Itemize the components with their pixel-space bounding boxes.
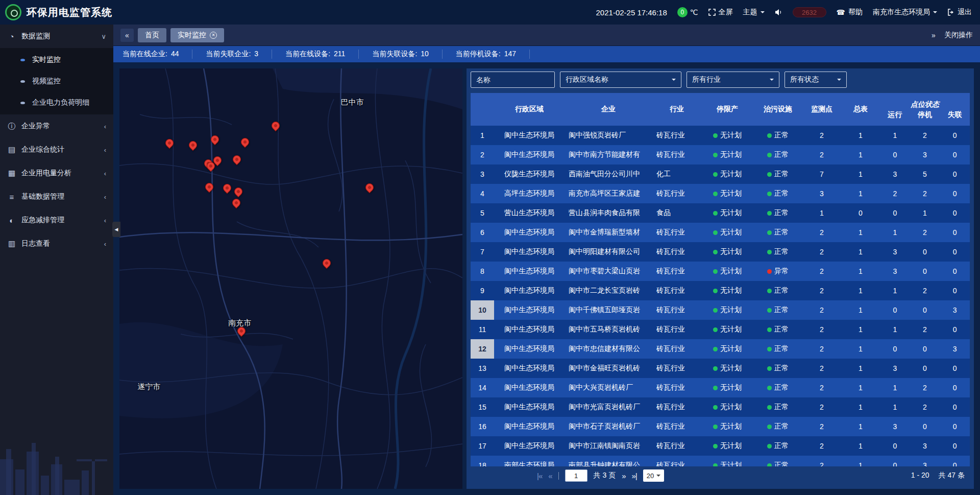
cell-stopped: 1 [910, 203, 940, 223]
sidebar-item-data-monitoring[interactable]: ◔ 数据监测 ∨ [0, 25, 113, 48]
cell-running: 0 [880, 436, 910, 456]
table-row[interactable]: 6 阆中生态环境局 阆中市金博瑞新型墙材 砖瓦行业 无计划 正常 2 1 1 [471, 223, 970, 242]
tabs-scroll-left-button[interactable]: « [120, 29, 134, 42]
table-row[interactable]: 12 阆中生态环境局 阆中市忠信建材有限公 砖瓦行业 无计划 正常 2 1 0 [471, 339, 970, 359]
first-page-button[interactable]: |« [537, 472, 542, 480]
speaker-button[interactable] [775, 9, 782, 16]
cell-industry: 砖瓦行业 [652, 320, 701, 339]
table-row[interactable]: 14 阆中生态环境局 阆中大兴页岩机砖厂 砖瓦行业 无计划 正常 2 1 1 [471, 378, 970, 397]
tab-home[interactable]: 首页 [138, 28, 166, 42]
cell-index: 11 [471, 320, 494, 339]
region-filter-select[interactable]: 行政区域名称 [560, 72, 681, 88]
cell-company: 阆中市南方节能建材有 [565, 145, 652, 164]
chevron-down-icon [770, 79, 774, 83]
sidebar-subitem[interactable]: 实时监控 [0, 49, 113, 70]
status-filter-value: 所有状态 [790, 75, 819, 84]
table-row[interactable]: 17 阆中生态环境局 阆中市江南镇阆南页岩 砖瓦行业 无计划 正常 2 1 0 [471, 436, 970, 456]
sidebar-subitem-label: 实时监控 [32, 55, 61, 64]
map-collapse-button[interactable]: ◀ [112, 222, 120, 237]
cell-monitor-points: 2 [802, 359, 841, 378]
status-dot-icon [767, 308, 772, 313]
logout-button[interactable]: 退出 [947, 8, 972, 17]
stat-label: 当前在线设备: [285, 50, 330, 59]
table-row[interactable]: 10 阆中生态环境局 阆中千佛镇五郎垭页岩 砖瓦行业 无计划 正常 2 1 0 [471, 300, 970, 320]
theme-label: 主题 [743, 8, 757, 17]
stat-label: 当前停机设备: [456, 50, 501, 59]
table-row[interactable]: 3 仪陇生态环境局 西南油气田分公司川中 化工 无计划 正常 7 1 3 5 [471, 164, 970, 184]
cell-limit-status: 无计划 [701, 126, 753, 145]
alert-count-badge[interactable]: 2632 [793, 7, 826, 17]
industry-filter-select[interactable]: 所有行业 [687, 72, 779, 88]
close-icon[interactable]: ✕ [210, 32, 217, 39]
help-button[interactable]: ☎ 帮助 [837, 8, 863, 17]
cell-monitor-points: 2 [802, 262, 841, 281]
cell-industry: 砖瓦行业 [652, 359, 701, 378]
status-dot-icon [713, 250, 718, 254]
last-page-button[interactable]: »| [632, 472, 637, 480]
table-row[interactable]: 4 高坪生态环境局 南充市高坪区王家店建 砖瓦行业 无计划 正常 3 1 2 [471, 184, 970, 203]
pager-divider [558, 472, 559, 480]
table-row[interactable]: 16 阆中生态环境局 阆中市石子页岩机砖厂 砖瓦行业 无计划 正常 2 1 3 [471, 417, 970, 436]
fullscreen-button[interactable]: 全屏 [708, 8, 733, 17]
name-filter-input[interactable] [471, 72, 555, 88]
map[interactable]: 巴中市 南充市 遂宁市 [119, 68, 462, 489]
region-filter-value: 行政区域名称 [566, 75, 608, 84]
cell-monitor-points: 2 [802, 223, 841, 242]
cell-facility-status: 正常 [753, 359, 802, 378]
cell-stopped: 5 [910, 164, 940, 184]
cell-industry: 砖瓦行业 [652, 223, 701, 242]
stat-item: 当前停机设备: 147 [456, 50, 530, 59]
stats-bar: 当前在线企业: 44 当前失联企业: 3 当前在线设备: 211 当前 [113, 46, 980, 62]
cell-total-meter: 1 [841, 126, 880, 145]
sidebar-item[interactable]: ≡ 基础数据管理 ‹ [0, 185, 113, 208]
status-dot-icon [767, 289, 772, 293]
page-number-input[interactable] [565, 469, 587, 482]
sidebar-item[interactable]: ▦ 企业用电量分析 ‹ [0, 161, 113, 185]
close-operations-button[interactable]: 关闭操作 [944, 31, 973, 40]
table-row[interactable]: 13 阆中生态环境局 阆中市金福旺页岩机砖 砖瓦行业 无计划 正常 2 1 3 [471, 359, 970, 378]
table-row[interactable]: 15 阆中生态环境局 阆中市光富页岩机砖厂 砖瓦行业 无计划 正常 2 1 1 [471, 397, 970, 417]
sidebar-item[interactable]: ▤ 企业综合统计 ‹ [0, 138, 113, 161]
theme-dropdown[interactable]: 主题 [743, 8, 765, 17]
tab-realtime-monitoring[interactable]: 实时监控 ✕ [170, 28, 224, 42]
table-row[interactable]: 9 阆中生态环境局 阆中市二龙长宝页岩砖 砖瓦行业 无计划 正常 2 1 1 [471, 281, 970, 300]
app-logo [5, 4, 21, 20]
status-dot-icon [767, 444, 772, 449]
cell-stopped: 0 [910, 242, 940, 262]
sidebar-item[interactable]: ▥ 日志查看 ‹ [0, 232, 113, 255]
cell-region: 阆中生态环境局 [494, 339, 565, 359]
cell-running: 3 [880, 164, 910, 184]
next-page-button[interactable]: » [622, 472, 625, 480]
cell-limit-status: 无计划 [701, 397, 753, 417]
cell-limit-status: 无计划 [701, 184, 753, 203]
page-size-select[interactable]: 20 [643, 469, 664, 482]
cell-industry: 砖瓦行业 [652, 126, 701, 145]
org-dropdown[interactable]: 南充市生态环境局 [873, 8, 937, 17]
status-filter-select[interactable]: 所有状态 [785, 72, 847, 88]
table-row[interactable]: 7 阆中生态环境局 阆中明阳建材有限公司 砖瓦行业 无计划 正常 2 1 3 [471, 242, 970, 262]
cell-industry: 砖瓦行业 [652, 339, 701, 359]
cell-stopped: 3 [910, 456, 940, 466]
table-row[interactable]: 18 南部生态环境局 南部县升钟建材有限公 砖瓦行业 无计划 正常 2 1 0 [471, 456, 970, 466]
sidebar-subitem[interactable]: 企业电力负荷明细 [0, 92, 113, 113]
table-header: 行政区域 企业 行业 停限产 治污设施 监测点 总表 点位状态 运行 停机 失联 [471, 93, 970, 126]
sidebar-item-icon: ⓘ [7, 122, 16, 131]
table-row[interactable]: 5 营山生态环境局 营山县润丰肉食品有限 食品 无计划 正常 1 0 0 1 [471, 203, 970, 223]
cell-total-meter: 1 [841, 436, 880, 456]
cell-index: 10 [471, 300, 494, 320]
table-row[interactable]: 2 阆中生态环境局 阆中市南方节能建材有 砖瓦行业 无计划 正常 2 1 0 [471, 145, 970, 164]
table-row[interactable]: 8 阆中生态环境局 阆中市枣碧大梁山页岩 砖瓦行业 无计划 异常 2 1 3 [471, 262, 970, 281]
sidebar-item[interactable]: ◐ 应急减排管理 ‹ [0, 208, 113, 232]
table-row[interactable]: 11 阆中生态环境局 阆中市五马桥页岩机砖 砖瓦行业 无计划 正常 2 1 1 [471, 320, 970, 339]
cell-company: 阆中市石子页岩机砖厂 [565, 417, 652, 436]
prev-page-button[interactable]: « [548, 472, 552, 480]
table-row[interactable]: 1 阆中生态环境局 阆中强锐页岩砖厂 砖瓦行业 无计划 正常 2 1 1 2 [471, 126, 970, 145]
sidebar-item[interactable]: ⓘ 企业异常 ‹ [0, 114, 113, 138]
tabs-scroll-right-button[interactable]: » [927, 29, 940, 42]
cell-industry: 食品 [652, 203, 701, 223]
cell-company: 西南油气田分公司川中 [565, 164, 652, 184]
sidebar-item-label: 基础数据管理 [21, 192, 99, 201]
sidebar-subitem[interactable]: 视频监控 [0, 70, 113, 92]
cell-disconnected: 0 [940, 378, 970, 397]
cell-disconnected: 0 [940, 397, 970, 417]
